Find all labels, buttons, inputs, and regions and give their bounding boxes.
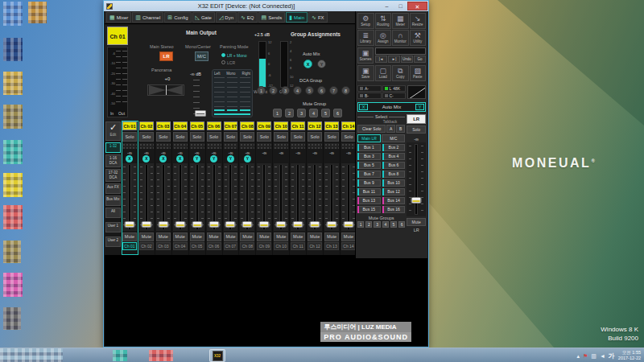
- channel-fader[interactable]: [224, 163, 238, 231]
- master-lr-button[interactable]: LR: [407, 114, 426, 124]
- scene-next-button[interactable]: ►|: [388, 56, 400, 63]
- panning-mode-option[interactable]: LCR: [221, 59, 247, 66]
- channel-name-tag[interactable]: Ch 03: [156, 242, 171, 250]
- mute-button[interactable]: Mute: [122, 232, 137, 241]
- bank-button[interactable]: All: [105, 208, 121, 218]
- censored-desktop-icon[interactable]: [3, 273, 23, 297]
- channel-label[interactable]: Ch 07: [224, 121, 238, 130]
- channel-fader[interactable]: [190, 163, 204, 231]
- file-button[interactable]: ⧉ Copy: [392, 65, 409, 81]
- bus-select-button[interactable]: Bus 1: [357, 144, 381, 151]
- mute-button[interactable]: Mute: [156, 232, 171, 241]
- toolbar-tab[interactable]: ◺ Gate: [192, 12, 215, 23]
- mute-group-select-button[interactable]: 5: [390, 221, 397, 228]
- window-titlebar[interactable]: X32 EDIT [Device: (Not Connected)] – □ ✕: [104, 1, 428, 11]
- channel-label[interactable]: Ch 03: [156, 121, 171, 130]
- channel-name-tag[interactable]: Ch 10: [274, 242, 288, 250]
- solo-button[interactable]: Solo: [207, 132, 221, 142]
- solo-button[interactable]: Solo: [224, 132, 238, 142]
- channel-label[interactable]: Ch 08: [240, 121, 254, 130]
- bus-select-button[interactable]: Bus 12: [382, 188, 406, 195]
- channel-label[interactable]: Ch 09: [257, 121, 271, 130]
- mute-group-select-button[interactable]: 6: [398, 221, 405, 228]
- toolbar-tab[interactable]: ◿ Dyn: [216, 12, 237, 23]
- master-mute-button[interactable]: Mute: [407, 218, 426, 226]
- censored-desktop-icon[interactable]: [3, 105, 23, 129]
- channel-name-tag[interactable]: Ch 07: [224, 242, 238, 250]
- solo-button[interactable]: Solo: [156, 132, 171, 142]
- mute-button[interactable]: Mute: [173, 232, 188, 241]
- fader-knob[interactable]: [195, 110, 206, 117]
- dca-button[interactable]: 6: [317, 86, 326, 95]
- dca-button[interactable]: 3: [281, 86, 290, 95]
- toolbar-tab[interactable]: ∿ FX: [308, 12, 328, 23]
- censored-taskbar-icon[interactable]: [149, 350, 173, 361]
- fader-knob[interactable]: [192, 221, 202, 228]
- mute-button[interactable]: Mute: [224, 232, 238, 241]
- mute-button[interactable]: Mute: [190, 232, 204, 241]
- go-button[interactable]: Go: [414, 56, 426, 63]
- censored-taskbar-area[interactable]: [0, 348, 63, 362]
- toolbar-tab[interactable]: ▦ Mixer: [106, 12, 131, 23]
- channel-fader[interactable]: [173, 163, 188, 231]
- censored-desktop-icon[interactable]: [3, 140, 23, 164]
- scene-name-field[interactable]: [375, 47, 426, 55]
- solo-button[interactable]: Solo: [190, 132, 204, 142]
- mute-group-button[interactable]: 3: [297, 109, 306, 117]
- automix-x-select[interactable]: X: [359, 104, 368, 110]
- taskbar[interactable]: X32 ▴ ⚑ ▥ ◄ 가 오전 1:55 2017-12-22: [0, 348, 644, 362]
- file-button[interactable]: ▨ Paste: [410, 65, 427, 81]
- toolbar-tab[interactable]: ▥ Channel: [132, 12, 163, 23]
- volume-icon[interactable]: ◄: [600, 353, 605, 359]
- toolbar-tab[interactable]: ▤ Sends: [258, 12, 286, 23]
- solo-button[interactable]: Solo: [139, 132, 154, 142]
- mc-select-button[interactable]: M/C: [382, 134, 405, 142]
- bank-button[interactable]: User 1: [105, 222, 121, 232]
- panorama-slider[interactable]: [147, 84, 184, 96]
- ime-indicator[interactable]: 가: [609, 352, 615, 360]
- show-hidden-icons-icon[interactable]: ▴: [577, 353, 580, 359]
- bank-button[interactable]: User 2: [105, 237, 121, 247]
- fader-knob[interactable]: [124, 221, 134, 228]
- mute-button[interactable]: Mute: [139, 232, 154, 241]
- mute-group-button[interactable]: 6: [333, 109, 342, 117]
- channel-label[interactable]: Ch 04: [173, 121, 188, 130]
- channel-label[interactable]: Ch 10: [274, 121, 288, 130]
- taskbar-clock[interactable]: 오전 1:55 2017-12-22: [618, 350, 642, 361]
- mute-button[interactable]: Mute: [240, 232, 254, 241]
- dca-button[interactable]: 8: [341, 86, 350, 95]
- mono-center-button[interactable]: M/C: [195, 51, 208, 61]
- bus-select-button[interactable]: Bus 15: [357, 206, 381, 213]
- automix-y-select[interactable]: Y: [415, 104, 424, 110]
- channel-name-tag[interactable]: Ch 02: [139, 242, 154, 250]
- dca-button[interactable]: 5: [305, 86, 314, 95]
- tool-button[interactable]: ≣ Library: [357, 30, 374, 46]
- channel-fader[interactable]: [207, 163, 221, 231]
- channel-name-tag[interactable]: Ch 09: [257, 242, 271, 250]
- channel-label[interactable]: Ch 02: [139, 121, 154, 130]
- close-button[interactable]: ✕: [407, 2, 427, 10]
- censored-desktop-icon[interactable]: [3, 173, 23, 197]
- automix-y-button[interactable]: Y: [317, 60, 326, 68]
- mute-button[interactable]: Mute: [308, 232, 322, 241]
- fader-knob[interactable]: [293, 221, 303, 228]
- channel-label[interactable]: Ch 11: [291, 121, 305, 130]
- main-stereo-lr-button[interactable]: LR: [159, 51, 173, 61]
- mute-group-button[interactable]: 1: [273, 109, 282, 117]
- channel-name-tag[interactable]: Ch 12: [308, 242, 322, 250]
- bus-select-button[interactable]: Bus 7: [357, 171, 381, 178]
- bank-button[interactable]: 17-32 DCA: [105, 169, 121, 182]
- censored-desktop-icon[interactable]: [3, 72, 23, 95]
- channel-fader[interactable]: [257, 163, 271, 231]
- fader-knob[interactable]: [242, 221, 253, 228]
- weight-fader[interactable]: [258, 41, 266, 88]
- channel-fader[interactable]: [240, 163, 254, 231]
- channel-fader[interactable]: [291, 163, 305, 231]
- master-solo-button[interactable]: Solo: [407, 125, 426, 134]
- solo-button[interactable]: Solo: [173, 132, 188, 142]
- tool-button[interactable]: ∩ Monitor: [392, 30, 409, 46]
- tool-button[interactable]: ⇅ Routing: [375, 13, 392, 29]
- bus-select-button[interactable]: Bus 14: [382, 197, 406, 204]
- censored-desktop-icon[interactable]: [3, 241, 21, 263]
- bus-select-button[interactable]: Bus 5: [357, 162, 381, 169]
